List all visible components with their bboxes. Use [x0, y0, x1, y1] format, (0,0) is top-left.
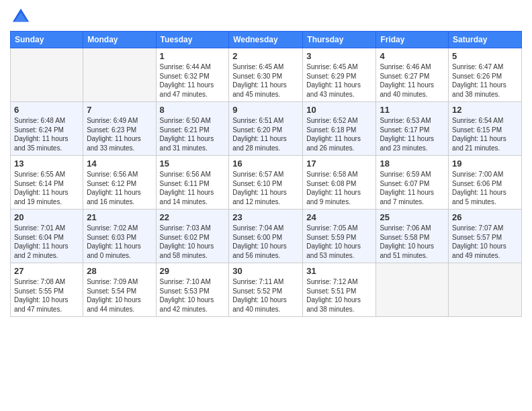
calendar-cell: 6Sunrise: 6:48 AMSunset: 6:24 PMDaylight…	[11, 102, 83, 156]
day-number: 1	[160, 51, 226, 61]
day-info: Sunrise: 7:00 AMSunset: 6:06 PMDaylight:…	[452, 170, 518, 206]
day-info: Sunrise: 6:49 AMSunset: 6:23 PMDaylight:…	[87, 116, 152, 152]
day-number: 21	[87, 212, 152, 222]
calendar-header-thursday: Thursday	[303, 32, 376, 48]
day-number: 9	[232, 105, 299, 115]
day-number: 13	[14, 158, 79, 169]
calendar-cell: 26Sunrise: 7:07 AMSunset: 5:57 PMDayligh…	[449, 210, 522, 263]
day-number: 3	[306, 51, 372, 61]
day-number: 5	[452, 51, 518, 61]
calendar-header-monday: Monday	[83, 32, 156, 48]
day-number: 27	[14, 266, 79, 276]
calendar-header-wednesday: Wednesday	[229, 32, 303, 48]
calendar-week-row: 20Sunrise: 7:01 AMSunset: 6:04 PMDayligh…	[11, 210, 522, 263]
calendar-cell: 17Sunrise: 6:58 AMSunset: 6:08 PMDayligh…	[303, 156, 376, 210]
calendar-cell: 13Sunrise: 6:55 AMSunset: 6:14 PMDayligh…	[11, 156, 83, 210]
day-info: Sunrise: 6:58 AMSunset: 6:08 PMDaylight:…	[306, 170, 372, 206]
day-info: Sunrise: 6:50 AMSunset: 6:21 PMDaylight:…	[160, 116, 226, 152]
calendar-week-row: 13Sunrise: 6:55 AMSunset: 6:14 PMDayligh…	[11, 156, 522, 210]
calendar-cell: 30Sunrise: 7:11 AMSunset: 5:52 PMDayligh…	[229, 263, 303, 317]
calendar-cell: 27Sunrise: 7:08 AMSunset: 5:55 PMDayligh…	[11, 263, 83, 317]
day-number: 26	[452, 212, 518, 222]
calendar-cell: 14Sunrise: 6:56 AMSunset: 6:12 PMDayligh…	[83, 156, 156, 210]
day-info: Sunrise: 6:47 AMSunset: 6:26 PMDaylight:…	[452, 62, 518, 99]
day-number: 23	[232, 212, 299, 222]
day-number: 11	[380, 105, 445, 115]
day-info: Sunrise: 6:54 AMSunset: 6:15 PMDaylight:…	[452, 116, 518, 152]
day-number: 30	[232, 266, 299, 276]
day-info: Sunrise: 7:12 AMSunset: 5:51 PMDaylight:…	[306, 277, 372, 314]
day-number: 22	[160, 212, 226, 222]
calendar-cell: 21Sunrise: 7:02 AMSunset: 6:03 PMDayligh…	[83, 210, 156, 263]
calendar-header-friday: Friday	[376, 32, 449, 48]
day-number: 16	[232, 158, 299, 169]
day-info: Sunrise: 7:03 AMSunset: 6:02 PMDaylight:…	[160, 224, 226, 260]
day-number: 28	[87, 266, 152, 276]
calendar-cell	[376, 263, 449, 317]
calendar-cell: 8Sunrise: 6:50 AMSunset: 6:21 PMDaylight…	[156, 102, 229, 156]
day-info: Sunrise: 6:45 AMSunset: 6:30 PMDaylight:…	[232, 62, 299, 99]
day-number: 15	[160, 158, 226, 169]
calendar-week-row: 1Sunrise: 6:44 AMSunset: 6:32 PMDaylight…	[11, 48, 522, 102]
calendar-cell: 3Sunrise: 6:45 AMSunset: 6:29 PMDaylight…	[303, 48, 376, 102]
day-info: Sunrise: 7:09 AMSunset: 5:54 PMDaylight:…	[87, 277, 152, 314]
day-info: Sunrise: 6:45 AMSunset: 6:29 PMDaylight:…	[306, 62, 372, 99]
day-number: 6	[14, 105, 79, 115]
calendar-cell: 19Sunrise: 7:00 AMSunset: 6:06 PMDayligh…	[449, 156, 522, 210]
day-info: Sunrise: 7:01 AMSunset: 6:04 PMDaylight:…	[14, 224, 79, 260]
day-info: Sunrise: 6:59 AMSunset: 6:07 PMDaylight:…	[380, 170, 445, 206]
calendar-header-sunday: Sunday	[11, 32, 83, 48]
day-number: 25	[380, 212, 445, 222]
day-info: Sunrise: 7:07 AMSunset: 5:57 PMDaylight:…	[452, 224, 518, 260]
page: SundayMondayTuesdayWednesdayThursdayFrid…	[0, 0, 532, 327]
calendar-cell: 31Sunrise: 7:12 AMSunset: 5:51 PMDayligh…	[303, 263, 376, 317]
calendar-cell	[83, 48, 156, 102]
day-info: Sunrise: 6:51 AMSunset: 6:20 PMDaylight:…	[232, 116, 299, 152]
day-info: Sunrise: 6:52 AMSunset: 6:18 PMDaylight:…	[306, 116, 372, 152]
calendar-cell	[449, 263, 522, 317]
day-info: Sunrise: 7:06 AMSunset: 5:58 PMDaylight:…	[380, 224, 445, 260]
calendar-cell: 15Sunrise: 6:56 AMSunset: 6:11 PMDayligh…	[156, 156, 229, 210]
day-info: Sunrise: 6:48 AMSunset: 6:24 PMDaylight:…	[14, 116, 79, 152]
day-number: 24	[306, 212, 372, 222]
calendar-week-row: 6Sunrise: 6:48 AMSunset: 6:24 PMDaylight…	[11, 102, 522, 156]
day-number: 14	[87, 158, 152, 169]
calendar-cell: 22Sunrise: 7:03 AMSunset: 6:02 PMDayligh…	[156, 210, 229, 263]
calendar-cell: 1Sunrise: 6:44 AMSunset: 6:32 PMDaylight…	[156, 48, 229, 102]
day-number: 18	[380, 158, 445, 169]
day-info: Sunrise: 6:56 AMSunset: 6:11 PMDaylight:…	[160, 170, 226, 206]
day-info: Sunrise: 6:55 AMSunset: 6:14 PMDaylight:…	[14, 170, 79, 206]
calendar-cell: 24Sunrise: 7:05 AMSunset: 5:59 PMDayligh…	[303, 210, 376, 263]
logo	[10, 7, 30, 26]
calendar-cell: 7Sunrise: 6:49 AMSunset: 6:23 PMDaylight…	[83, 102, 156, 156]
day-number: 8	[160, 105, 226, 115]
calendar-cell: 28Sunrise: 7:09 AMSunset: 5:54 PMDayligh…	[83, 263, 156, 317]
day-info: Sunrise: 6:44 AMSunset: 6:32 PMDaylight:…	[160, 62, 226, 99]
day-info: Sunrise: 7:02 AMSunset: 6:03 PMDaylight:…	[87, 224, 152, 260]
day-info: Sunrise: 7:05 AMSunset: 5:59 PMDaylight:…	[306, 224, 372, 260]
day-info: Sunrise: 6:56 AMSunset: 6:12 PMDaylight:…	[87, 170, 152, 206]
day-number: 12	[452, 105, 518, 115]
calendar-cell	[11, 48, 83, 102]
day-number: 7	[87, 105, 152, 115]
calendar-header-row: SundayMondayTuesdayWednesdayThursdayFrid…	[11, 32, 522, 48]
calendar-cell: 4Sunrise: 6:46 AMSunset: 6:27 PMDaylight…	[376, 48, 449, 102]
day-number: 17	[306, 158, 372, 169]
calendar-cell: 10Sunrise: 6:52 AMSunset: 6:18 PMDayligh…	[303, 102, 376, 156]
calendar-cell: 16Sunrise: 6:57 AMSunset: 6:10 PMDayligh…	[229, 156, 303, 210]
day-number: 4	[380, 51, 445, 61]
day-info: Sunrise: 7:04 AMSunset: 6:00 PMDaylight:…	[232, 224, 299, 260]
day-info: Sunrise: 7:08 AMSunset: 5:55 PMDaylight:…	[14, 277, 79, 314]
day-info: Sunrise: 6:46 AMSunset: 6:27 PMDaylight:…	[380, 62, 445, 99]
day-number: 19	[452, 158, 518, 169]
calendar-header-tuesday: Tuesday	[156, 32, 229, 48]
calendar-cell: 12Sunrise: 6:54 AMSunset: 6:15 PMDayligh…	[449, 102, 522, 156]
logo-icon	[11, 7, 30, 26]
calendar-cell: 9Sunrise: 6:51 AMSunset: 6:20 PMDaylight…	[229, 102, 303, 156]
day-info: Sunrise: 6:53 AMSunset: 6:17 PMDaylight:…	[380, 116, 445, 152]
calendar-table: SundayMondayTuesdayWednesdayThursdayFrid…	[10, 31, 522, 317]
calendar-cell: 29Sunrise: 7:10 AMSunset: 5:53 PMDayligh…	[156, 263, 229, 317]
day-info: Sunrise: 7:11 AMSunset: 5:52 PMDaylight:…	[232, 277, 299, 314]
calendar-cell: 11Sunrise: 6:53 AMSunset: 6:17 PMDayligh…	[376, 102, 449, 156]
day-number: 10	[306, 105, 372, 115]
